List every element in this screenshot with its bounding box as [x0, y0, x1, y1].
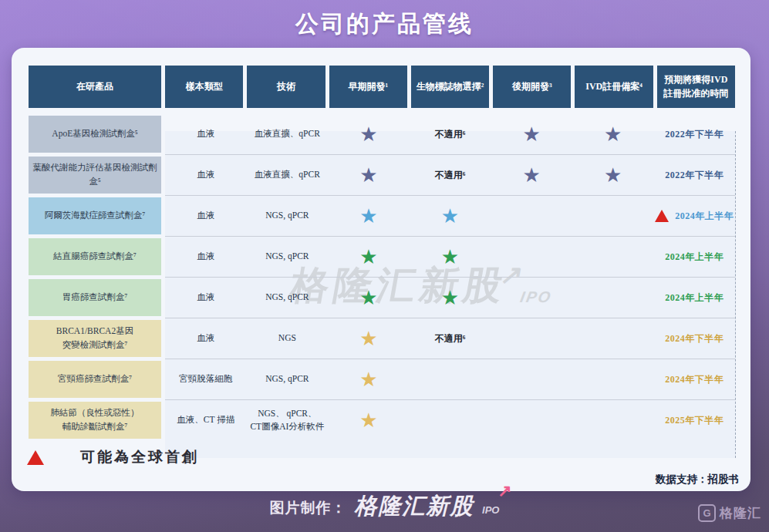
approval-time-cell: 2024年下半年: [653, 359, 735, 399]
star-icon: ★: [441, 206, 459, 226]
legend: 可能為全球首創: [27, 447, 199, 467]
star-icon: 不適用⁶: [435, 332, 466, 345]
approval-time-cell: 2024年下半年: [653, 318, 735, 359]
star-icon: ★: [359, 369, 377, 389]
approval-time-cell: 2022年下半年: [653, 155, 735, 195]
tech-cell: NGS, qPCR: [247, 359, 329, 399]
product-cell: 結直腸癌篩查試劑盒⁷: [29, 238, 161, 275]
late-dev-cell: [491, 278, 572, 318]
star-icon: ★: [359, 165, 377, 185]
late-dev-cell: [491, 237, 572, 277]
early-dev-cell: ★: [328, 278, 410, 318]
sample-cell: 血液: [165, 113, 247, 154]
sample-cell: 血液: [165, 237, 247, 277]
table-row: 阿爾茨海默症篩查試劑盒⁷ 血液 NGS, qPCR ★ ★ 2024年上半年: [29, 195, 735, 236]
table-row: ApoE基因檢測試劑盒⁵ 血液 血液直擴、qPCR ★ 不適用⁶ ★ ★ 202…: [29, 113, 735, 154]
ivd-cell: [572, 318, 654, 359]
logo-text: 格隆汇: [720, 504, 761, 522]
product-cell: 阿爾茨海默症篩查試劑盒⁷: [29, 197, 161, 234]
header-product: 在研產品: [29, 66, 161, 108]
early-dev-cell: ★: [328, 400, 410, 440]
approval-time: 2025年下半年: [665, 413, 723, 427]
late-dev-cell: [491, 318, 572, 359]
row-body: 血液、CT 掃描 NGS、 qPCR、 CT圖像AI分析軟件 ★ 2025年下半…: [165, 399, 735, 440]
header-ivd: IVD註冊備案⁴: [575, 66, 653, 108]
row-body: 血液 NGS ★ 不適用⁶ 2024年下半年: [165, 318, 735, 359]
row-body: 血液 NGS, qPCR ★ ★ 2024年上半年: [165, 277, 735, 318]
approval-time: 2024年上半年: [675, 209, 734, 223]
ivd-cell: [572, 278, 654, 318]
first-in-world-triangle-icon: [655, 210, 669, 222]
approval-time: 2024年上半年: [665, 291, 723, 305]
approval-time-cell: 2024年上半年: [653, 237, 735, 277]
late-dev-cell: [491, 359, 572, 399]
star-icon: ★: [522, 124, 540, 144]
late-dev-cell: ★: [491, 155, 572, 195]
biomarker-cell: ★: [410, 196, 491, 236]
star-icon: ★: [604, 124, 622, 144]
table-row: 葉酸代謝能力評估基因檢測試劑盒⁵ 血液 血液直擴、qPCR ★ 不適用⁶ ★ ★…: [29, 154, 735, 195]
tech-cell: 血液直擴、qPCR: [247, 113, 329, 154]
table-body: ApoE基因檢測試劑盒⁵ 血液 血液直擴、qPCR ★ 不適用⁶ ★ ★ 202…: [29, 113, 735, 440]
header-approval-time: 預期將獲得IVD 註冊批准的時間: [657, 66, 735, 108]
brand-ipo-label: IPO: [482, 504, 499, 516]
table-row: 肺結節（良性或惡性） 輔助診斷試劑盒⁷ 血液、CT 掃描 NGS、 qPCR、 …: [29, 399, 735, 440]
approval-time: 2024年下半年: [665, 332, 723, 345]
approval-time-cell: 2022年下半年: [653, 113, 735, 154]
ivd-cell: [572, 400, 654, 440]
biomarker-cell: ★: [410, 278, 491, 318]
star-icon: ★: [441, 288, 459, 308]
table-row: 結直腸癌篩查試劑盒⁷ 血液 NGS, qPCR ★ ★ 2024年上半年: [29, 236, 735, 277]
sample-cell: 血液: [165, 155, 247, 195]
biomarker-cell: ★: [410, 237, 491, 277]
star-icon: ★: [604, 165, 622, 185]
ivd-cell: [572, 237, 654, 277]
product-cell: ApoE基因檢測試劑盒⁵: [29, 116, 161, 153]
star-icon: ★: [359, 124, 377, 144]
table-row: 宮頸癌篩查試劑盒⁷ 宮頸脫落細胞 NGS, qPCR ★ 2024年下半年: [29, 359, 735, 399]
table-row: 胃癌篩查試劑盒⁷ 血液 NGS, qPCR ★ ★ 2024年上半年: [29, 277, 735, 318]
ivd-cell: ★: [572, 155, 654, 195]
row-body: 血液 NGS, qPCR ★ ★ 2024年上半年: [165, 236, 735, 277]
brand-wordmark: 格隆汇新股 ↗ IPO: [355, 491, 500, 522]
row-body: 血液 血液直擴、qPCR ★ 不適用⁶ ★ ★ 2022年下半年: [165, 113, 735, 154]
row-body: 血液 血液直擴、qPCR ★ 不適用⁶ ★ ★ 2022年下半年: [165, 154, 735, 195]
row-body: 宮頸脫落細胞 NGS, qPCR ★ 2024年下半年: [165, 359, 735, 399]
product-cell: 葉酸代謝能力評估基因檢測試劑盒⁵: [29, 157, 161, 194]
header-biomarker: 生物標誌物選擇²: [411, 66, 489, 108]
star-icon: 不適用⁶: [435, 168, 466, 182]
tech-cell: NGS: [247, 318, 329, 359]
header-technology: 技術: [247, 66, 325, 108]
early-dev-cell: ★: [328, 359, 410, 399]
star-icon: 不適用⁶: [435, 127, 466, 141]
ivd-cell: ★: [572, 113, 654, 154]
sample-cell: 血液: [165, 196, 247, 236]
brand-text: 格隆汇新股: [355, 493, 474, 518]
table-header-row: 在研產品 樣本類型 技術 早期開發¹ 生物標誌物選擇² 後期開發³ IVD註冊備…: [29, 66, 735, 108]
star-icon: ★: [441, 247, 459, 267]
sample-cell: 血液: [165, 318, 247, 359]
header-early-dev: 早期開發¹: [329, 66, 407, 108]
product-cell: 肺結節（良性或惡性） 輔助診斷試劑盒⁷: [29, 402, 161, 439]
early-dev-cell: ★: [328, 318, 410, 359]
early-dev-cell: ★: [328, 113, 410, 154]
approval-time: 2022年下半年: [665, 127, 723, 141]
ivd-cell: [572, 196, 654, 236]
legend-text: 可能為全球首創: [80, 447, 199, 467]
product-cell: 宮頸癌篩查試劑盒⁷: [29, 361, 161, 398]
product-cell: 胃癌篩查試劑盒⁷: [29, 279, 161, 316]
biomarker-cell: [410, 359, 491, 399]
sample-cell: 宮頸脫落細胞: [165, 359, 247, 399]
approval-time: 2024年下半年: [665, 372, 723, 386]
star-icon: ★: [359, 288, 377, 308]
red-triangle-icon: [27, 450, 44, 465]
biomarker-cell: 不適用⁶: [410, 155, 491, 195]
biomarker-cell: [410, 400, 491, 440]
sample-cell: 血液、CT 掃描: [165, 400, 247, 440]
tech-cell: NGS, qPCR: [247, 278, 329, 318]
approval-time-cell: 2024年上半年: [653, 196, 735, 236]
approval-time: 2024年上半年: [665, 250, 723, 264]
header-late-dev: 後期開發³: [493, 66, 571, 108]
tech-cell: NGS、 qPCR、 CT圖像AI分析軟件: [247, 400, 329, 440]
approval-time: 2022年下半年: [665, 168, 723, 182]
